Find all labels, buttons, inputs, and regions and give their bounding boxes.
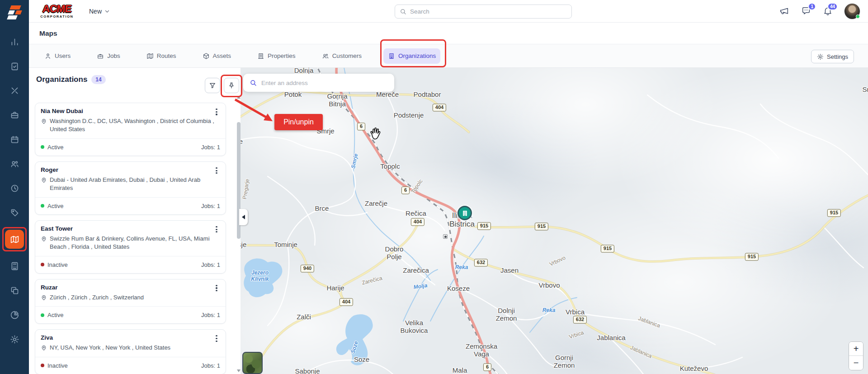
tab-organizations[interactable]: Organizations [383, 48, 440, 64]
sidebar [0, 0, 29, 374]
tab-label: Organizations [398, 52, 436, 59]
organization-card[interactable]: Ruzar Zürich , Zürich , Zurich , Switzer… [35, 279, 226, 324]
organization-name: Roger [41, 166, 58, 175]
scroll-up-arrow-icon[interactable] [237, 96, 241, 99]
pie-chart-icon [10, 310, 19, 320]
address-search [243, 74, 394, 92]
organization-card[interactable]: Nia New Dubai Washington D.C., DC, USA, … [35, 103, 226, 156]
content: DolnjaPotokGornja BitnjaMerečePodtaborPo… [29, 68, 868, 374]
map-town-label: Mereče [376, 91, 399, 99]
organization-card[interactable]: East Tower Swizzle Rum Bar & Drinkery, C… [35, 220, 226, 274]
status-dot [41, 263, 44, 266]
road-number-badge: 404 [411, 218, 425, 226]
sidebar-item-work[interactable] [5, 108, 24, 122]
road-number-badge: 632 [474, 259, 488, 266]
scroll-down-arrow-icon[interactable] [237, 369, 241, 372]
pin-unpin-button[interactable] [224, 78, 239, 93]
status-badge: Active [41, 203, 63, 209]
sidebar-item-tasks[interactable] [5, 59, 24, 73]
organization-card[interactable]: Roger Dubai - United Arab Emirates, Duba… [35, 161, 226, 215]
tab-assets[interactable]: Assets [198, 48, 236, 64]
kebab-menu-button[interactable] [213, 334, 220, 342]
status-dot [41, 145, 44, 149]
organization-name: Ziva [41, 334, 53, 342]
road-number-badge: 915 [601, 245, 614, 252]
sidebar-item-services[interactable] [5, 83, 24, 98]
map-town-label: Sr [863, 86, 868, 94]
map-town-label: Gornja Bitnja [327, 93, 347, 108]
clipboard-check-icon [10, 62, 19, 71]
kebab-menu-button[interactable] [213, 166, 220, 175]
sidebar-item-settings[interactable] [5, 332, 24, 346]
chevron-left-icon [242, 215, 245, 219]
settings-button[interactable]: Settings [811, 50, 854, 63]
sidebar-item-maps[interactable] [5, 230, 24, 249]
road-number-badge: 915 [827, 209, 841, 217]
organization-card[interactable]: Ziva NY, USA, New York , New York , Unit… [35, 329, 226, 374]
tab-label: Properties [268, 52, 296, 59]
user-avatar[interactable] [844, 4, 860, 19]
gear-icon [10, 335, 19, 344]
status-label: Active [47, 312, 63, 318]
sidebar-item-schedule[interactable] [5, 132, 24, 147]
road-number-badge: 404 [340, 298, 353, 306]
sidebar-item-reports[interactable] [5, 308, 24, 322]
pin-unpin-annotation-label: Pin/unpin [274, 114, 323, 130]
chat-button[interactable]: 1 [801, 6, 812, 17]
collapse-panel-button[interactable] [239, 209, 248, 225]
sidebar-item-tags[interactable] [5, 205, 24, 220]
map-town-label: Rečica [406, 210, 426, 218]
clock-icon [10, 184, 19, 193]
panel-header: Organizations 14 [36, 75, 106, 84]
tab-jobs[interactable]: Jobs [92, 48, 125, 64]
map-town-label: Zemonska Vaga [466, 343, 497, 358]
sidebar-item-invoices[interactable] [5, 259, 24, 273]
tab-customers[interactable]: Customers [317, 48, 366, 64]
organization-name: Ruzar [41, 284, 58, 292]
acme-logo[interactable]: ACME CORPORATION [38, 4, 76, 19]
road-number-badge: 6 [483, 363, 491, 371]
map-town-label: Dolnji Zemon [496, 307, 517, 322]
rail-station-icon [443, 234, 448, 239]
tab-bar: UsersJobsRoutesAssetsPropertiesCustomers… [29, 44, 868, 68]
satellite-layer-toggle[interactable] [242, 352, 263, 374]
road-number-badge: 6 [401, 186, 410, 194]
map-town-label: Koseze [447, 285, 470, 293]
kebab-menu-button[interactable] [213, 108, 220, 116]
zuper-logo-icon[interactable] [6, 5, 23, 20]
tab-label: Users [55, 52, 71, 59]
kebab-menu-button[interactable] [213, 284, 220, 292]
map-canvas[interactable]: DolnjaPotokGornja BitnjaMerečePodtaborPo… [241, 68, 868, 374]
sidebar-item-teams[interactable] [5, 156, 24, 171]
tab-label: Routes [157, 52, 176, 59]
address-search-input[interactable] [261, 80, 388, 86]
map-town-label: Harije [326, 284, 344, 292]
sidebar-item-timesheets[interactable] [5, 181, 24, 195]
sidebar-item-documents[interactable] [5, 283, 24, 298]
tab-label: Customers [332, 52, 362, 59]
map-town-label: Vrbica [566, 308, 585, 316]
global-search-input[interactable] [410, 8, 567, 15]
organization-address-row: Dubai - United Arab Emirates, Dubai , Du… [35, 175, 226, 197]
map-town-label: Gornji Zemon [554, 354, 575, 369]
bar-chart-icon [10, 37, 19, 47]
card-footer: Inactive Jobs: 1 [35, 357, 226, 374]
notifications-button[interactable]: 44 [823, 6, 834, 17]
location-pin-icon [41, 344, 47, 352]
kebab-menu-button[interactable] [213, 225, 220, 233]
calculator-icon [10, 261, 19, 271]
zoom-in-button[interactable]: + [849, 342, 863, 356]
organization-map-marker[interactable] [458, 206, 472, 220]
panel-scrollbar[interactable] [236, 95, 241, 374]
jobs-count: Jobs: 1 [201, 144, 220, 151]
tab-users[interactable]: Users [40, 48, 75, 64]
tab-routes[interactable]: Routes [142, 48, 181, 64]
tab-properties[interactable]: Properties [253, 48, 300, 64]
filter-button[interactable] [205, 78, 220, 93]
map-water-label: Reka [542, 307, 556, 313]
new-dropdown[interactable]: New [89, 8, 110, 15]
sidebar-item-dashboard[interactable] [5, 34, 24, 49]
organization-name: Nia New Dubai [41, 108, 83, 116]
announcements-button[interactable] [779, 6, 790, 17]
zoom-out-button[interactable]: − [849, 356, 863, 370]
